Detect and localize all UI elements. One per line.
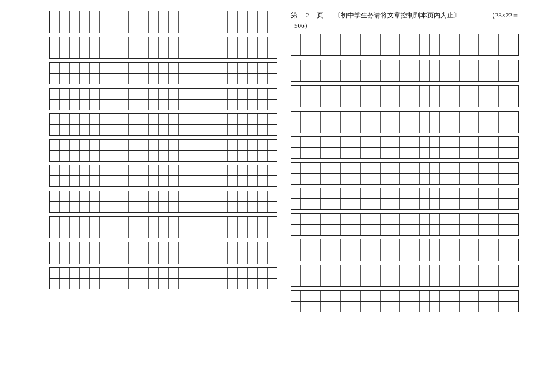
grid-cell xyxy=(179,37,188,48)
grid-cell xyxy=(440,239,449,250)
grid-cell xyxy=(50,202,60,212)
grid-cell xyxy=(440,34,449,45)
grid-cell xyxy=(449,214,459,224)
grid-cell xyxy=(198,165,208,175)
grid-cell xyxy=(400,188,410,198)
grid-cell xyxy=(370,225,380,235)
grid-cell xyxy=(129,176,139,186)
grid-cell xyxy=(139,227,149,238)
grid-cell xyxy=(90,217,100,227)
grid-cell xyxy=(410,148,420,158)
grid-cell xyxy=(479,137,489,147)
grid-row xyxy=(49,99,278,110)
grid-cell xyxy=(248,165,258,175)
grid-cell xyxy=(159,22,168,33)
grid-cell xyxy=(159,89,168,99)
grid-cell xyxy=(460,71,469,81)
grid-cell xyxy=(70,165,80,175)
grid-cell xyxy=(440,214,449,224)
grid-cell xyxy=(218,63,228,73)
grid-cell xyxy=(109,217,119,227)
grid-cell xyxy=(70,253,80,264)
grid-cell xyxy=(361,34,370,45)
grid-cell xyxy=(321,302,331,312)
grid-cell xyxy=(80,151,89,161)
grid-cell xyxy=(460,34,469,45)
grid-cell xyxy=(70,176,80,186)
grid-cell xyxy=(109,165,119,175)
grid-cell xyxy=(248,22,258,33)
grid-cell xyxy=(479,148,489,158)
grid-cell xyxy=(248,100,258,110)
grid-row xyxy=(291,265,519,276)
grid-cell xyxy=(208,253,218,264)
grid-row xyxy=(291,173,519,185)
grid-cell xyxy=(469,71,479,81)
grid-cell xyxy=(60,191,69,201)
grid-cell xyxy=(60,227,69,238)
grid-cell xyxy=(350,34,360,45)
grid-cell xyxy=(499,86,509,96)
grid-cell xyxy=(479,214,489,224)
grid-cell xyxy=(449,291,459,301)
grid-cell xyxy=(208,202,218,212)
grid-row-group xyxy=(49,267,278,289)
grid-cell xyxy=(149,176,159,186)
grid-cell xyxy=(509,214,518,224)
grid-cell xyxy=(489,96,499,107)
grid-cell xyxy=(60,140,69,150)
grid-cell xyxy=(70,227,80,238)
grid-cell xyxy=(301,265,311,276)
grid-cell xyxy=(469,112,479,122)
grid-cell xyxy=(509,276,518,286)
grid-cell xyxy=(331,214,341,224)
grid-cell xyxy=(129,242,139,253)
grid-cell xyxy=(179,242,188,253)
grid-cell xyxy=(179,100,188,110)
grid-cell xyxy=(430,148,439,158)
grid-cell xyxy=(420,34,430,45)
grid-row xyxy=(291,96,519,107)
grid-cell xyxy=(311,174,321,184)
grid-cell xyxy=(331,163,341,173)
grid-cell xyxy=(321,122,331,133)
grid-cell xyxy=(179,279,188,289)
grid-cell xyxy=(258,151,267,161)
grid-cell xyxy=(331,302,341,312)
grid-cell xyxy=(139,165,149,175)
grid-cell xyxy=(149,22,159,33)
grid-cell xyxy=(390,239,400,250)
grid-cell xyxy=(159,217,168,227)
grid-cell xyxy=(149,268,159,278)
grid-cell xyxy=(188,125,198,135)
grid-row xyxy=(49,124,278,136)
grid-cell xyxy=(129,74,139,84)
grid-cell xyxy=(208,74,218,84)
grid-cell xyxy=(139,48,149,58)
grid-cell xyxy=(188,242,198,253)
grid-cell xyxy=(499,302,509,312)
grid-cell xyxy=(420,302,430,312)
grid-cell xyxy=(430,239,439,250)
grid-cell xyxy=(479,163,489,173)
grid-cell xyxy=(149,37,159,48)
grid-cell xyxy=(321,199,331,209)
grid-row-group xyxy=(291,34,519,56)
grid-row xyxy=(291,136,519,147)
grid-cell xyxy=(198,114,208,124)
grid-cell xyxy=(208,242,218,253)
grid-cell xyxy=(311,137,321,147)
grid-cell xyxy=(80,125,89,135)
grid-cell xyxy=(70,202,80,212)
grid-cell xyxy=(198,89,208,99)
grid-cell xyxy=(129,227,139,238)
grid-cell xyxy=(119,242,129,253)
grid-cell xyxy=(381,199,390,209)
grid-cell xyxy=(100,125,109,135)
grid-cell xyxy=(258,191,267,201)
grid-cell xyxy=(228,165,238,175)
grid-cell xyxy=(70,279,80,289)
grid-cell xyxy=(469,250,479,261)
grid-cell xyxy=(460,148,469,158)
grid-cell xyxy=(460,265,469,276)
